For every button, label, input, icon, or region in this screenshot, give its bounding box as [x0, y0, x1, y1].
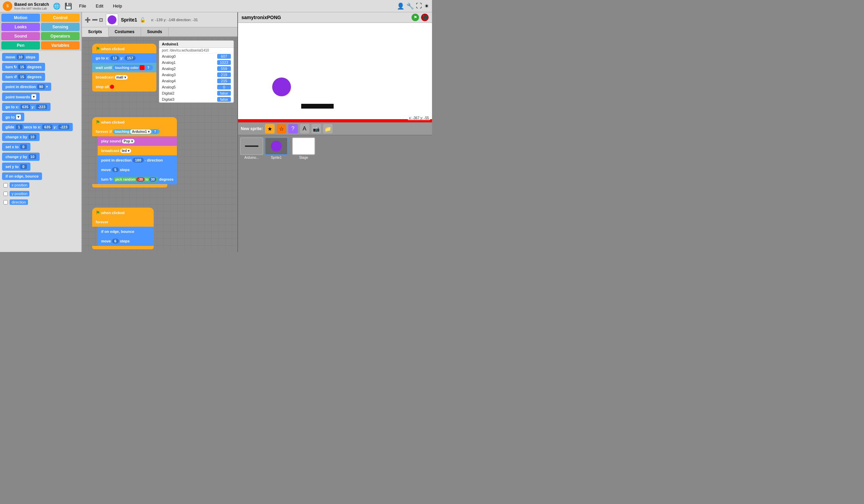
folder-sprite-btn[interactable]: 📁	[323, 124, 333, 133]
category-looks[interactable]: Looks	[1, 23, 40, 31]
block-change-x[interactable]: change x by 10	[2, 133, 40, 141]
share-icon[interactable]: 🔧	[406, 2, 414, 10]
broadcast-dropdown-2[interactable]: led ▾	[120, 148, 131, 153]
val-x-1[interactable]: 13	[110, 56, 119, 60]
tab-sounds[interactable]: Sounds	[141, 27, 169, 36]
sprite-item-arduino: Arduino...	[240, 137, 263, 159]
block-play-sound[interactable]: play sound Pop ▾	[98, 136, 177, 146]
val-neg30[interactable]: -30	[136, 177, 144, 182]
file-menu[interactable]: File	[76, 2, 89, 10]
fullscreen-icon[interactable]: ⛶	[416, 2, 422, 10]
block-move-6[interactable]: move 6 steps	[98, 236, 154, 246]
block-broadcast-2[interactable]: broadcast led ▾	[98, 146, 177, 155]
category-control[interactable]: Control	[41, 14, 80, 22]
camera-sprite-btn[interactable]: 📷	[311, 124, 321, 133]
checkbox-ypos[interactable]	[3, 192, 8, 196]
tab-costumes[interactable]: Costumes	[109, 27, 141, 36]
pick-random-block[interactable]: pick random -30 to 30	[113, 177, 158, 182]
sprite-thumb-arduino[interactable]	[240, 137, 263, 155]
block-stop-all[interactable]: stop all	[92, 82, 156, 92]
arduino-row-a3: Analog3 219	[159, 72, 233, 78]
forever-if-body: play sound Pop ▾ broadcast led ▾ point i…	[98, 136, 177, 184]
block-point-direction[interactable]: point in direction 90 ▾	[2, 83, 51, 91]
block-point-direction-2[interactable]: point in direction 180 - direction	[98, 155, 177, 165]
d2-val: false	[217, 91, 231, 96]
category-operators[interactable]: Operators	[41, 32, 80, 40]
block-goto-xy[interactable]: go to x: 635 y: -223	[2, 103, 50, 111]
arduino-row-a5: Analog5 0	[159, 84, 233, 90]
block-set-y[interactable]: set y to 0	[2, 163, 31, 171]
category-variables[interactable]: Variables	[41, 41, 80, 49]
category-sensing[interactable]: Sensing	[41, 23, 80, 31]
block-when-flag-3[interactable]: ⚑ when clicked	[92, 208, 154, 217]
category-sound[interactable]: Sound	[1, 32, 40, 40]
block-glide[interactable]: glide 1 secs to x: 635 y: -223	[2, 123, 73, 131]
block-point-towards[interactable]: point towards ▾	[2, 93, 40, 101]
zoom-out-icon[interactable]: ➖	[92, 17, 98, 23]
direction-label: direction	[10, 200, 28, 205]
lock-icon[interactable]: 🔓	[140, 17, 145, 23]
block-move-5[interactable]: move 5 steps	[98, 165, 177, 175]
block-broadcast-1[interactable]: broadcast mati ▾	[92, 72, 156, 82]
category-motion[interactable]: Motion	[1, 14, 40, 22]
category-pen[interactable]: Pen	[1, 41, 40, 49]
block-goto-1[interactable]: go to x: 13 y: 157	[92, 53, 156, 63]
edit-menu[interactable]: Edit	[93, 2, 106, 10]
stage-canvas[interactable]: x: -367 y: -55	[238, 23, 432, 122]
save-icon[interactable]: 💾	[64, 2, 72, 10]
block-forever-3[interactable]: forever	[92, 217, 154, 227]
color-red	[140, 65, 144, 70]
paint-sprite-btn[interactable]: ★	[265, 124, 275, 133]
stage-header: samytronixPONG ⚑ ⬛	[238, 12, 432, 23]
block-bounce-3[interactable]: if on edge, bounce	[98, 227, 154, 236]
val-30[interactable]: 30	[149, 177, 156, 182]
block-move[interactable]: move 10 steps	[2, 53, 39, 61]
val-6[interactable]: 6	[112, 239, 119, 243]
scripts-canvas[interactable]: ⚑ when clicked go to x: 13 y: 157 wait u…	[82, 37, 237, 252]
star-sprite-btn[interactable]: ☆	[277, 124, 286, 133]
broadcast-dropdown-1[interactable]: mati ▾	[115, 75, 128, 80]
block-forever-if[interactable]: forever if touching Arduino1 ▾ ?	[92, 127, 177, 136]
block-goto[interactable]: go to ▾	[2, 113, 24, 121]
block-turn-ccw[interactable]: turn ↺ 15 degrees	[2, 73, 45, 81]
checkbox-xpos-row: x position	[2, 182, 79, 189]
block-bounce[interactable]: if on edge, bounce	[2, 172, 42, 180]
val-5[interactable]: 5	[112, 167, 119, 172]
sound-dropdown[interactable]: Pop ▾	[122, 139, 134, 143]
checkbox-direction[interactable]	[3, 200, 8, 205]
turbo-icon[interactable]: ✴	[424, 2, 429, 10]
question-sprite-btn[interactable]: ?	[288, 124, 298, 133]
val-y-1[interactable]: 157	[125, 56, 135, 60]
tab-scripts[interactable]: Scripts	[82, 27, 109, 37]
fit-icon[interactable]: ⊡	[99, 17, 103, 23]
question-icon-1[interactable]: ?	[145, 65, 151, 70]
help-menu[interactable]: Help	[110, 2, 125, 10]
sprite-thumb-sprite1[interactable]	[265, 137, 288, 155]
block-turn-random[interactable]: turn ↻ pick random -30 to 30 degrees	[98, 175, 177, 184]
block-when-flag-1[interactable]: ⚑ when clicked	[92, 44, 156, 53]
block-when-flag-2[interactable]: ⚑ when clicked	[92, 117, 177, 127]
sprite-thumb-stage[interactable]	[292, 137, 315, 155]
block-set-x[interactable]: set x to 0	[2, 143, 31, 151]
question-icon-2[interactable]: ?	[152, 129, 158, 134]
main-layout: Motion Control Looks Sensing Sound Opera…	[0, 12, 432, 252]
block-wait-until[interactable]: wait until touching color ?	[92, 63, 156, 72]
stage-stop-btn[interactable]: ⬛	[421, 14, 429, 21]
import-sprite-btn[interactable]: A	[300, 124, 309, 133]
block-turn-cw[interactable]: turn ↻ 15 degrees	[2, 63, 45, 71]
sprite-bar: ➕ ➖ ⊡ Sprite1 🔓 x: -139 y: -148 directio…	[82, 12, 237, 27]
stage-flag-btn[interactable]: ⚑	[411, 14, 419, 21]
val-180[interactable]: 180	[132, 158, 143, 163]
touching-color-condition[interactable]: touching color ?	[113, 65, 153, 70]
arduino-row-d2: Digital2 false	[159, 90, 233, 96]
arduino-row-d3: Digital3 false	[159, 96, 233, 103]
user-icon[interactable]: 👤	[397, 2, 404, 10]
checkbox-xpos[interactable]	[3, 183, 8, 188]
stage-ball	[272, 77, 291, 96]
globe-icon[interactable]: 🌐	[53, 2, 60, 10]
touching-condition[interactable]: touching Arduino1 ▾ ?	[113, 129, 160, 134]
zoom-in-icon[interactable]: ➕	[85, 17, 91, 23]
sprite-name[interactable]: Sprite1	[121, 17, 137, 23]
arduino-dropdown[interactable]: Arduino1 ▾	[130, 129, 151, 134]
block-change-y[interactable]: change y by 10	[2, 153, 40, 161]
